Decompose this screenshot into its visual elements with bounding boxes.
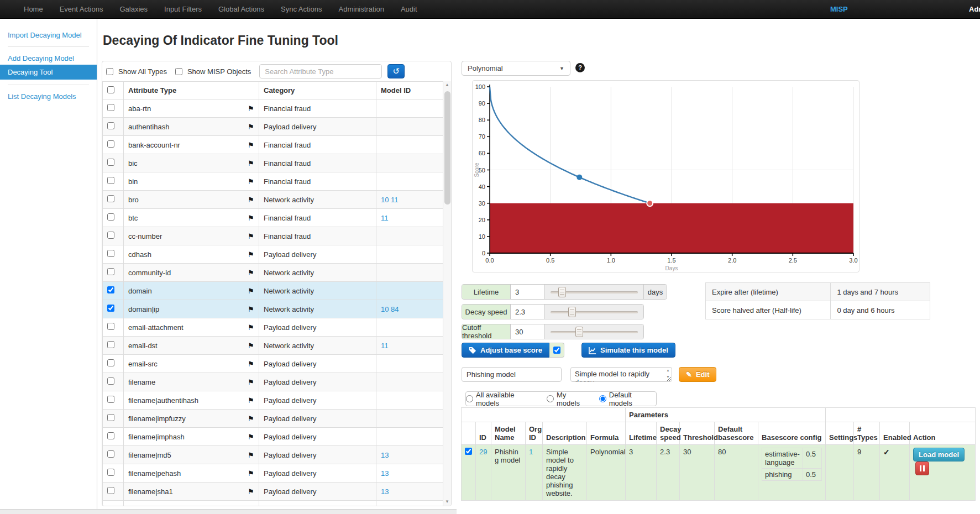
row-checkbox[interactable]	[107, 250, 114, 257]
decay-speed-slider-handle[interactable]	[568, 307, 576, 317]
flag-icon[interactable]: ⚑	[248, 487, 254, 496]
flag-icon[interactable]: ⚑	[248, 305, 254, 313]
sidebar-item-list-decaying-models[interactable]: List Decaying Models	[0, 90, 97, 103]
model-id-links[interactable]: 13	[381, 487, 389, 496]
flag-icon[interactable]: ⚑	[248, 323, 254, 332]
nav-item-audit[interactable]: Audit	[392, 0, 426, 19]
all-available-models-radio[interactable]	[466, 395, 473, 402]
nav-item-administration[interactable]: Administration	[331, 0, 392, 19]
user-menu[interactable]: Admin	[969, 0, 980, 19]
my-models-radio[interactable]	[547, 395, 554, 402]
show-misp-objects-checkbox[interactable]	[175, 68, 182, 75]
flag-icon[interactable]: ⚑	[248, 250, 254, 259]
nav-item-event-actions[interactable]: Event Actions	[51, 0, 112, 19]
decay-speed-slider[interactable]	[545, 305, 643, 319]
simulate-model-button[interactable]: Simulate this model	[581, 343, 675, 358]
flag-icon[interactable]: ⚑	[248, 141, 254, 149]
row-checkbox[interactable]	[107, 487, 114, 494]
disable-model-button[interactable]	[915, 461, 929, 475]
radio-my-models[interactable]: My models	[547, 391, 591, 407]
edit-model-button[interactable]: ✎ Edit	[679, 367, 716, 382]
row-checkbox[interactable]	[107, 396, 114, 403]
flag-icon[interactable]: ⚑	[248, 433, 254, 441]
row-checkbox[interactable]	[107, 377, 114, 385]
sidebar-item-import-decaying-model[interactable]: Import Decaying Model	[0, 29, 97, 41]
row-checkbox[interactable]	[107, 140, 114, 148]
flag-icon[interactable]: ⚑	[248, 159, 254, 167]
flag-icon[interactable]: ⚑	[248, 196, 254, 204]
radio-all-available-models[interactable]: All available models	[466, 391, 538, 407]
org-id-link[interactable]: 1	[529, 448, 533, 456]
row-checkbox[interactable]	[107, 323, 114, 330]
flag-icon[interactable]: ⚑	[248, 104, 254, 113]
default-models-radio[interactable]	[599, 395, 606, 402]
row-checkbox[interactable]	[107, 432, 114, 439]
model-id-links[interactable]: 11	[381, 342, 389, 350]
row-checkbox[interactable]	[107, 305, 114, 312]
radio-default-models[interactable]: Default models	[599, 391, 656, 407]
adjust-base-score-checkbox[interactable]	[553, 347, 560, 354]
flag-icon[interactable]: ⚑	[248, 342, 254, 350]
row-checkbox[interactable]	[107, 213, 114, 221]
flag-icon[interactable]: ⚑	[248, 123, 254, 131]
model-id-links[interactable]: 13	[381, 469, 389, 478]
scrollbar-thumb[interactable]	[444, 91, 450, 204]
flag-icon[interactable]: ⚑	[248, 415, 254, 423]
model-id-link[interactable]: 29	[479, 448, 487, 456]
flag-icon[interactable]: ⚑	[248, 287, 254, 295]
model-id-links[interactable]: 10 11	[381, 196, 399, 204]
row-checkbox[interactable]	[107, 122, 114, 129]
formula-select[interactable]: Polynomial ▼	[462, 61, 570, 76]
flag-icon[interactable]: ⚑	[248, 469, 254, 478]
decay-curve-point[interactable]	[577, 175, 582, 180]
row-checkbox[interactable]	[107, 286, 114, 293]
select-all-checkbox[interactable]	[107, 86, 114, 93]
flag-icon[interactable]: ⚑	[248, 269, 254, 277]
row-checkbox[interactable]	[107, 159, 114, 166]
lifetime-input[interactable]	[511, 285, 545, 299]
row-checkbox[interactable]	[107, 195, 114, 202]
flag-icon[interactable]: ⚑	[248, 214, 254, 222]
scroll-up-icon[interactable]: ▲	[443, 81, 451, 89]
model-name-input[interactable]	[462, 367, 562, 382]
lifetime-slider-handle[interactable]	[558, 287, 566, 297]
cutoff-threshold-input[interactable]	[511, 324, 545, 339]
row-checkbox[interactable]	[107, 268, 114, 275]
nav-item-home[interactable]: Home	[15, 0, 51, 19]
model-description-textarea[interactable]: Simple model to rapidly decay	[570, 367, 672, 382]
row-checkbox[interactable]	[107, 359, 114, 366]
row-checkbox[interactable]	[107, 177, 114, 184]
row-checkbox[interactable]	[107, 341, 114, 348]
model-id-links[interactable]: 13	[381, 451, 389, 459]
cutoff-threshold-slider[interactable]	[545, 324, 643, 339]
adjust-base-score-button[interactable]: Adjust base score	[462, 343, 549, 358]
refresh-button[interactable]: ↺	[387, 64, 405, 78]
load-model-button[interactable]: Load model	[913, 448, 965, 461]
nav-item-galaxies[interactable]: Galaxies	[111, 0, 156, 19]
table-scrollbar[interactable]: ▲ ▼	[443, 81, 451, 506]
flag-icon[interactable]: ⚑	[248, 360, 254, 368]
flag-icon[interactable]: ⚑	[248, 177, 254, 186]
scroll-down-icon[interactable]: ▼	[443, 498, 451, 506]
search-attribute-input[interactable]	[259, 64, 382, 78]
sidebar-item-add-decaying-model[interactable]: Add Decaying Model	[0, 52, 97, 65]
nav-item-global-actions[interactable]: Global Actions	[210, 0, 272, 19]
help-icon[interactable]: ?	[575, 63, 585, 72]
flag-icon[interactable]: ⚑	[248, 396, 254, 405]
nav-item-sync-actions[interactable]: Sync Actions	[272, 0, 330, 19]
flag-icon[interactable]: ⚑	[248, 378, 254, 386]
model-id-links[interactable]: 10 84	[381, 305, 399, 313]
row-checkbox[interactable]	[107, 232, 114, 239]
row-checkbox[interactable]	[107, 414, 114, 421]
misp-brand[interactable]: MISP	[830, 0, 848, 19]
row-checkbox[interactable]	[107, 469, 114, 476]
row-checkbox[interactable]	[107, 104, 114, 111]
flag-icon[interactable]: ⚑	[248, 232, 254, 240]
sidebar-item-decaying-tool[interactable]: Decaying Tool	[0, 65, 97, 80]
flag-icon[interactable]: ⚑	[248, 451, 254, 459]
cutoff-point[interactable]	[647, 200, 653, 206]
model-id-links[interactable]: 11	[381, 214, 389, 222]
lifetime-slider[interactable]	[545, 285, 643, 299]
cutoff-threshold-slider-handle[interactable]	[575, 327, 583, 337]
decay-speed-input[interactable]	[511, 305, 545, 319]
